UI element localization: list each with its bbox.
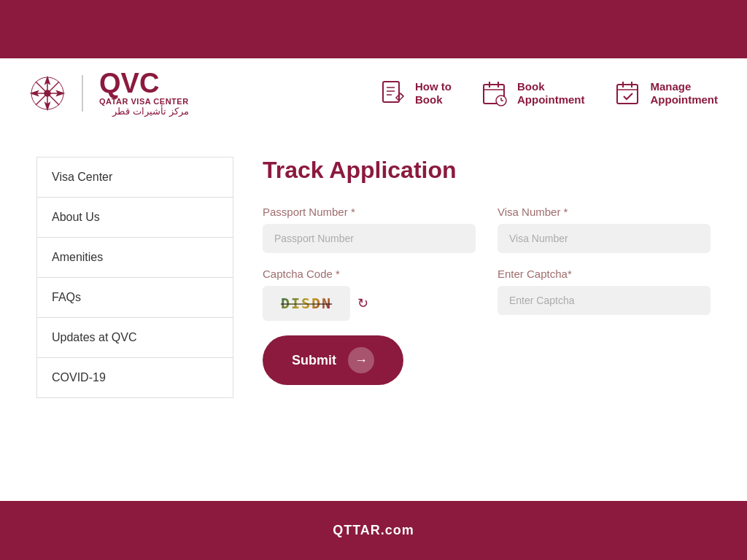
- header: QVC QATAR VISA CENTER مركز تأشيرات قطر H…: [0, 58, 747, 128]
- visa-input[interactable]: [498, 224, 711, 253]
- enter-captcha-label: Enter Captcha*: [498, 268, 711, 280]
- visa-group: Visa Number *: [498, 206, 711, 253]
- logo-icon: [29, 75, 66, 112]
- passport-input[interactable]: [263, 224, 476, 253]
- logo-brand: QVC: [99, 69, 189, 97]
- track-form: Passport Number * Visa Number * Captcha …: [263, 206, 711, 321]
- sidebar-item-faqs[interactable]: FAQs: [36, 277, 233, 317]
- footer-text: QTTAR.com: [333, 523, 414, 537]
- svg-line-14: [400, 93, 403, 96]
- submit-button[interactable]: Submit →: [263, 335, 403, 385]
- enter-captcha-group: Enter Captcha*: [498, 268, 711, 321]
- captcha-row: DISDN ↻: [263, 286, 476, 321]
- sidebar-item-covid[interactable]: COVID-19: [36, 357, 233, 398]
- nav-how-to-book-label: How toBook: [415, 80, 452, 106]
- sidebar-item-visa-center[interactable]: Visa Center: [36, 157, 233, 197]
- svg-marker-7: [31, 91, 38, 96]
- logo-area: QVC QATAR VISA CENTER مركز تأشيرات قطر: [29, 69, 189, 117]
- logo-arabic: مركز تأشيرات قطر: [99, 106, 189, 117]
- nav-how-to-book[interactable]: How toBook: [379, 79, 452, 108]
- nav-manage-appointment-label: ManageAppointment: [651, 80, 718, 106]
- sidebar-item-updates[interactable]: Updates at QVC: [36, 317, 233, 357]
- main-content: Visa Center About Us Amenities FAQs Upda…: [0, 128, 747, 501]
- visa-label: Visa Number *: [498, 206, 711, 218]
- nav-bar: How toBook BookAppointment Man: [379, 79, 718, 108]
- svg-marker-6: [45, 103, 50, 109]
- svg-rect-22: [617, 85, 638, 104]
- svg-marker-5: [45, 77, 50, 84]
- passport-label: Passport Number *: [263, 206, 476, 218]
- page-title: Track Application: [263, 157, 711, 184]
- calendar-check-icon: [614, 79, 643, 108]
- nav-book-appointment-label: BookAppointment: [517, 80, 584, 106]
- nav-book-appointment[interactable]: BookAppointment: [481, 79, 584, 108]
- footer: QTTAR.com: [0, 501, 747, 560]
- passport-group: Passport Number *: [263, 206, 476, 253]
- document-edit-icon: [379, 79, 408, 108]
- svg-marker-8: [57, 91, 63, 96]
- logo-subtitle: QATAR VISA CENTER: [99, 97, 189, 106]
- top-bar: [0, 0, 747, 58]
- submit-arrow-icon: →: [348, 347, 374, 373]
- captcha-label: Captcha Code *: [263, 268, 476, 280]
- logo-divider: [82, 75, 83, 112]
- captcha-refresh-icon[interactable]: ↻: [357, 295, 368, 311]
- captcha-group: Captcha Code * DISDN ↻: [263, 268, 476, 321]
- nav-manage-appointment[interactable]: ManageAppointment: [614, 79, 718, 108]
- captcha-text: DISDN: [281, 295, 332, 312]
- captcha-image: DISDN: [263, 286, 350, 321]
- enter-captcha-input[interactable]: [498, 286, 711, 315]
- sidebar: Visa Center About Us Amenities FAQs Upda…: [36, 157, 233, 472]
- svg-rect-10: [383, 82, 399, 102]
- calendar-clock-icon: [481, 79, 510, 108]
- content-area: Track Application Passport Number * Visa…: [263, 157, 711, 472]
- svg-point-9: [44, 90, 50, 96]
- submit-label: Submit: [292, 353, 336, 368]
- logo-text-area: QVC QATAR VISA CENTER مركز تأشيرات قطر: [99, 69, 189, 117]
- sidebar-item-about-us[interactable]: About Us: [36, 197, 233, 237]
- sidebar-item-amenities[interactable]: Amenities: [36, 237, 233, 277]
